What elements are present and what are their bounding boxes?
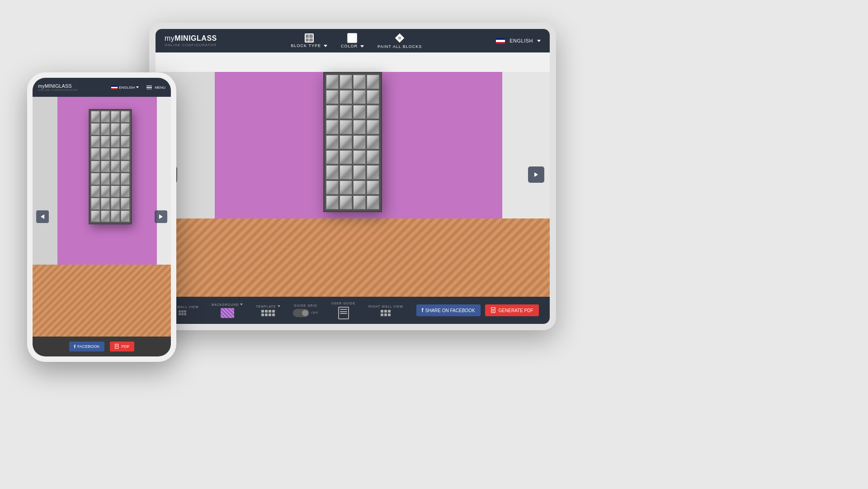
tablet-navbar: myMINIGLASS ONLINE CONFIGURATOR — [156, 29, 550, 52]
arrow-right-icon — [534, 172, 538, 177]
phone-arrow-left-icon — [41, 214, 44, 219]
ceiling — [156, 52, 550, 72]
tablet-bottom-bar: LEFT WALL VIEW BACKGROUND — [156, 297, 550, 324]
block-type-chevron — [324, 45, 327, 47]
facebook-btn-label: SHARE ON FACEBOOK — [425, 308, 475, 313]
phone-pdf-label: PDF — [122, 344, 130, 349]
phone-navbar: myMINIGLASS ONLINE CONFIGURATOR ENGLISH — [33, 78, 171, 97]
tablet-logo: myMINIGLASS ONLINE CONFIGURATOR — [165, 34, 217, 47]
phone-language-label: ENGLISH — [119, 85, 135, 90]
background-preview — [221, 308, 234, 318]
template-section[interactable]: TEMPLATE — [256, 305, 280, 316]
phone-flag-icon — [111, 85, 118, 90]
right-wall-label: RIGHT WALL VIEW — [368, 305, 403, 308]
block-type-icon — [305, 33, 314, 43]
block-type-label: BLOCK TYPE — [291, 43, 321, 48]
guide-grid-toggle[interactable]: OFF — [293, 309, 318, 317]
right-wall-icon — [381, 310, 391, 316]
background-chevron — [240, 304, 243, 305]
floor — [156, 218, 550, 297]
tablet-logo-text: myMINIGLASS — [165, 34, 217, 43]
facebook-share-button[interactable]: f SHARE ON FACEBOOK — [416, 304, 481, 316]
left-wall-icon — [179, 310, 186, 315]
phone-logo: myMINIGLASS ONLINE CONFIGURATOR — [38, 83, 77, 91]
right-wall-view-button[interactable] — [528, 166, 544, 183]
pdf-btn-label: GENERATE PDF — [499, 308, 533, 313]
user-guide-section[interactable]: USER GUIDE — [331, 302, 356, 319]
phone-logo-text: myMINIGLASS — [38, 83, 77, 89]
phone-lang-chevron — [136, 86, 139, 88]
tablet-screen: myMINIGLASS ONLINE CONFIGURATOR — [156, 29, 550, 324]
phone-device: myMINIGLASS ONLINE CONFIGURATOR ENGLISH — [27, 72, 176, 362]
background-label: BACKGROUND — [212, 303, 239, 306]
phone-language[interactable]: ENGLISH — [111, 85, 139, 90]
template-dots — [261, 310, 275, 316]
guide-grid-label: GUIDE GRID — [294, 304, 317, 307]
phone-viewport — [33, 97, 171, 337]
phone-menu-label: MENU — [155, 85, 165, 90]
tablet-subtitle: ONLINE CONFIGURATOR — [165, 43, 217, 47]
paint-all-label: PAINT ALL BLOCKS — [377, 44, 422, 49]
phone-pdf-icon — [114, 344, 120, 349]
phone-facebook-icon: f — [74, 344, 75, 349]
svg-rect-1 — [398, 37, 401, 39]
phone-arrow-right-icon — [159, 214, 163, 219]
phone-facebook-button[interactable]: f FACEBOOK — [69, 342, 104, 351]
glass-panel-tablet — [323, 72, 382, 212]
scene: myMINIGLASS ONLINE CONFIGURATOR — [0, 0, 868, 489]
svg-rect-6 — [115, 344, 118, 348]
room-3d — [156, 52, 550, 297]
background-section[interactable]: BACKGROUND — [212, 303, 243, 318]
tablet-nav-center: BLOCK TYPE COLOR — [291, 33, 422, 49]
color-chevron — [360, 45, 364, 47]
phone-menu-button[interactable]: MENU — [142, 85, 165, 90]
action-buttons: f SHARE ON FACEBOOK GENERATE PDF — [416, 304, 539, 316]
tablet-nav-right: ENGLISH — [496, 38, 541, 44]
paint-all-icon — [394, 33, 405, 43]
phone-nav-right: ENGLISH MENU — [111, 85, 165, 90]
phone-pdf-button[interactable]: PDF — [110, 342, 134, 351]
tablet-viewport — [156, 52, 550, 297]
phone-screen: myMINIGLASS ONLINE CONFIGURATOR ENGLISH — [33, 78, 171, 356]
phone-facebook-label: FACEBOOK — [77, 344, 100, 349]
template-label: TEMPLATE — [256, 305, 276, 308]
user-guide-icon — [338, 307, 349, 319]
template-chevron — [278, 305, 280, 307]
phone-floor — [33, 265, 171, 337]
glass-panel-phone — [89, 109, 132, 224]
right-wall-view-section[interactable]: RIGHT WALL VIEW — [368, 305, 403, 316]
hamburger-icon — [146, 85, 152, 90]
toggle-state-label: OFF — [311, 311, 318, 315]
paint-all-nav-item[interactable]: PAINT ALL BLOCKS — [377, 33, 422, 49]
tablet-language: ENGLISH — [509, 38, 533, 43]
phone-subtitle: ONLINE CONFIGURATOR — [38, 89, 77, 91]
phone-left-arrow-button[interactable] — [36, 210, 49, 223]
flag-icon — [496, 38, 505, 44]
tablet-device: myMINIGLASS ONLINE CONFIGURATOR — [149, 23, 556, 330]
generate-pdf-button[interactable]: GENERATE PDF — [485, 304, 539, 316]
facebook-icon: f — [422, 307, 424, 313]
pdf-icon — [491, 307, 497, 313]
color-nav-item[interactable]: COLOR — [341, 33, 364, 48]
phone-bottom-bar: f FACEBOOK PDF — [33, 337, 171, 356]
user-guide-label: USER GUIDE — [331, 302, 356, 305]
language-chevron — [537, 40, 541, 42]
guide-grid-section[interactable]: GUIDE GRID OFF — [293, 304, 318, 317]
block-type-nav-item[interactable]: BLOCK TYPE — [291, 33, 327, 48]
toggle-switch[interactable] — [293, 309, 309, 317]
phone-right-arrow-button[interactable] — [155, 210, 167, 223]
color-label: COLOR — [341, 44, 358, 48]
color-icon — [347, 33, 357, 43]
